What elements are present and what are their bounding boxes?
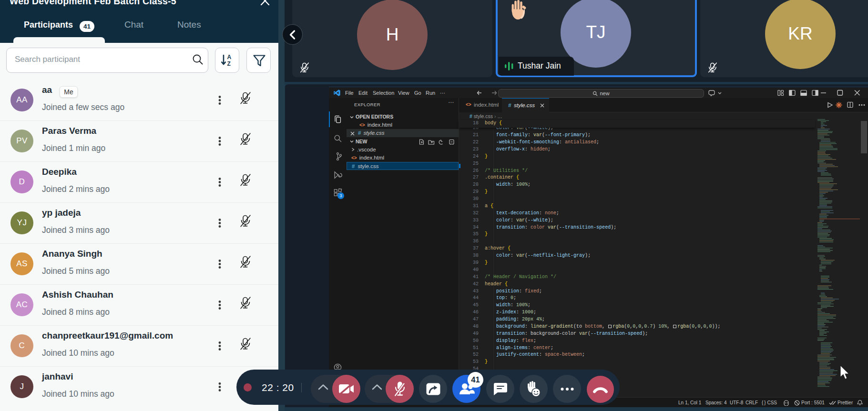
svg-text:A: A	[227, 54, 232, 60]
svg-text:Z: Z	[227, 60, 231, 67]
